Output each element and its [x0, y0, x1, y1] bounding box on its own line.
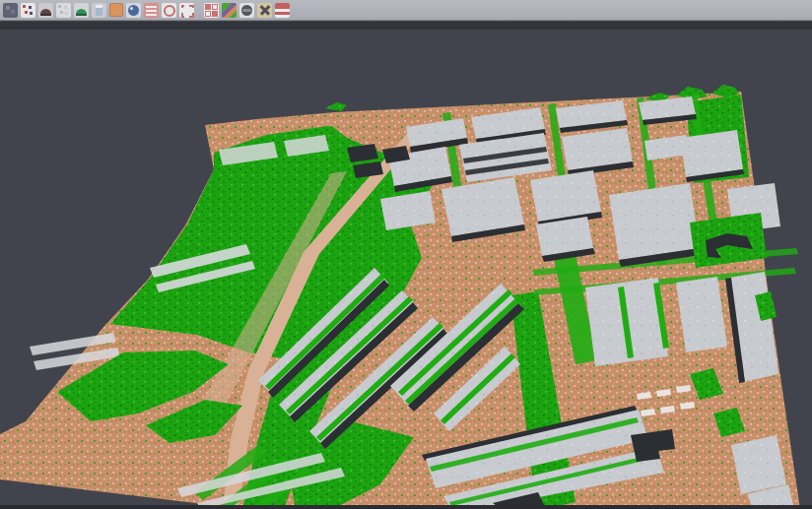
dark-sphere-icon[interactable] — [239, 3, 254, 18]
3d-viewport[interactable] — [0, 0, 812, 509]
red-checker-icon[interactable] — [204, 3, 219, 18]
application-window — [0, 0, 812, 509]
light-points-icon[interactable] — [56, 3, 71, 18]
tan-cross-icon[interactable] — [257, 3, 272, 18]
red-ring-icon[interactable] — [162, 3, 176, 18]
green-hill-icon[interactable] — [74, 3, 89, 18]
colored-points-icon[interactable] — [21, 3, 35, 18]
building — [731, 435, 786, 494]
building-large — [609, 183, 700, 260]
classification-map-icon[interactable] — [222, 3, 237, 18]
window-bottom-edge — [0, 505, 812, 509]
blue-column-icon[interactable] — [92, 3, 106, 18]
red-rows-icon[interactable] — [144, 3, 159, 18]
red-stripe-flag-icon[interactable] — [275, 3, 290, 18]
mountain-icon[interactable] — [38, 3, 53, 18]
globe-icon[interactable] — [126, 3, 141, 18]
point-cloud-scene — [0, 0, 812, 509]
dark-tile-icon[interactable] — [3, 3, 18, 18]
orange-square-icon[interactable] — [109, 3, 123, 17]
building — [680, 130, 743, 177]
toolbar — [0, 0, 812, 21]
toolbar-lower-strip — [0, 22, 812, 30]
red-bounds-icon[interactable] — [179, 3, 194, 18]
